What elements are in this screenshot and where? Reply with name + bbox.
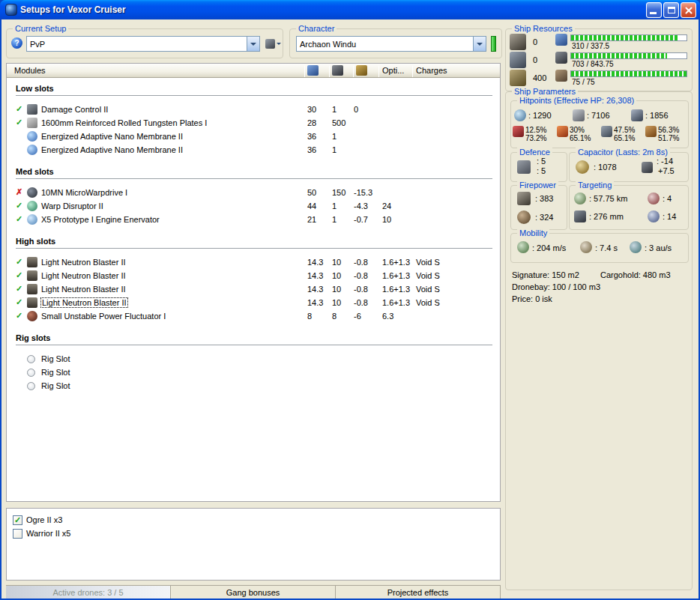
drone-bandwidth-bar-fill — [571, 71, 687, 76]
help-icon[interactable]: ? — [11, 37, 22, 49]
module-row[interactable]: ✓Light Neutron Blaster II14.310-0.81.6+1… — [7, 283, 500, 297]
module-cpu-value: 21 — [307, 215, 316, 224]
module-name: Rig Slot — [41, 381, 70, 390]
maximize-button[interactable] — [663, 2, 679, 18]
module-charge-value: Void S — [416, 258, 440, 267]
sensor-strength-value: : 14 — [663, 212, 676, 221]
explosive-resist-icon — [645, 126, 657, 137]
module-row[interactable]: Rig Slot — [7, 353, 500, 366]
defence-top-value: : 5 — [537, 157, 546, 166]
charges-column-header[interactable]: Charges — [416, 66, 447, 75]
module-row[interactable]: ✓Light Neutron Blaster II14.310-0.81.6+1… — [7, 297, 500, 310]
module-row[interactable]: Energized Adaptive Nano Membrane II361 — [7, 130, 500, 144]
module-optimal-value: 1.6+1.3 — [382, 258, 410, 267]
drone-checkbox[interactable] — [13, 529, 22, 539]
module-cpu-value: 14.3 — [307, 271, 323, 280]
slot-section-title: High slots — [16, 237, 492, 249]
signature-value: Signature: 150 m2 — [512, 270, 579, 279]
character-label: Character — [296, 24, 337, 34]
module-row[interactable]: ✗10MN MicroWarpdrive I50150-15.3 — [7, 187, 500, 200]
module-row[interactable]: Rig Slot — [7, 380, 500, 393]
module-cpu-value: 30 — [307, 105, 316, 114]
module-optimal-value: 1.6+1.3 — [382, 285, 410, 294]
cpu-column-icon[interactable] — [307, 65, 319, 76]
membrane-icon — [27, 131, 37, 142]
optimal-column-header[interactable]: Opti... — [382, 66, 404, 75]
module-cpu-value: 36 — [307, 145, 316, 154]
explosive-resist: 56.3%51.7% — [645, 126, 690, 142]
capacitor-recharge-value: +7.5 — [658, 166, 675, 175]
cpu-bar-fill — [571, 35, 678, 40]
setup-combo-arrow-button[interactable] — [247, 37, 259, 51]
module-row[interactable]: ✓1600mm Reinforced Rolled Tungsten Plate… — [7, 117, 500, 130]
module-powergrid-value: 1 — [332, 215, 337, 224]
drone-bandwidth-icon — [555, 70, 567, 82]
module-active-check-icon: ✓ — [16, 214, 22, 224]
module-active-check-icon: ✓ — [16, 297, 22, 307]
module-name: Energized Adaptive Nano Membrane II — [41, 132, 183, 141]
module-row[interactable]: ✓Light Neutron Blaster II14.310-0.81.6+1… — [7, 256, 500, 270]
character-status-indicator — [491, 36, 496, 52]
ship-parameters-group: Ship Parameters Hitpoints (Effective HP:… — [505, 91, 693, 590]
active-drones-status[interactable]: Active drones: 3 / 5 — [6, 586, 171, 599]
module-powergrid-value: 10 — [332, 285, 341, 294]
damage-control-icon — [27, 104, 37, 115]
maximize-icon — [668, 7, 675, 13]
warp-disruptor-icon — [27, 201, 37, 211]
modules-table-header[interactable]: Modules Opti... Charges — [7, 64, 500, 78]
drone-bandwidth-resource-row: 75 / 75 — [555, 70, 690, 88]
module-charge-value: Void S — [416, 271, 440, 280]
capacitor-column-icon[interactable] — [356, 65, 367, 76]
max-targets-icon — [648, 193, 660, 204]
slot-section-title: Med slots — [16, 167, 492, 179]
drone-checkbox[interactable]: ✓ — [13, 515, 22, 525]
powergrid-column-icon[interactable] — [332, 65, 343, 76]
module-cap-value: -0.8 — [354, 271, 368, 280]
window-content: Current Setup ? PvP Character Archaon Wi… — [1, 19, 699, 599]
gang-bonuses-tab[interactable]: Gang bonuses — [171, 586, 336, 599]
targeting-range-icon — [574, 193, 586, 204]
minimize-button[interactable] — [646, 2, 662, 18]
module-row[interactable]: ✓X5 Prototype I Engine Enervator211-0.71… — [7, 213, 500, 227]
character-combobox[interactable]: Archaon Windu — [296, 36, 486, 52]
module-row[interactable]: Energized Adaptive Nano Membrane II361 — [7, 144, 500, 157]
drone-row[interactable]: ✓Ogre II x3 — [13, 513, 500, 527]
titlebar[interactable]: Setups for Vexor Cruiser — [0, 0, 700, 19]
warp-speed-value: : 3 au/s — [645, 243, 672, 252]
blaster-icon — [27, 257, 37, 267]
mobility-group: Mobility : 204 m/s : 7.4 s : 3 au/s — [510, 233, 689, 263]
module-cpu-value: 50 — [307, 188, 316, 197]
module-row[interactable]: Rig Slot — [7, 366, 500, 380]
module-powergrid-value: 500 — [332, 118, 346, 127]
kinetic-resist-bottom: 65.1% — [614, 134, 635, 142]
explosive-resist-top: 56.3% — [658, 126, 679, 134]
module-optimal-value: 10 — [382, 215, 391, 224]
projected-effects-tab[interactable]: Projected effects — [336, 586, 501, 599]
drones-panel: ✓Ogre II x3Warrior II x5 — [6, 508, 501, 581]
thermal-resist-top: 30% — [570, 126, 591, 134]
modules-column-header[interactable]: Modules — [14, 66, 46, 75]
character-combo-arrow-button[interactable] — [473, 37, 486, 51]
max-targets-value: : 4 — [663, 194, 672, 203]
module-optimal-value: 1.6+1.3 — [382, 298, 410, 307]
close-button[interactable] — [681, 2, 696, 18]
setup-combobox[interactable]: PvP — [26, 36, 260, 52]
status-bar: Active drones: 3 / 5 Gang bonuses Projec… — [6, 585, 501, 599]
module-name: Light Neutron Blaster II — [41, 271, 126, 280]
module-row[interactable]: ✓Small Unstable Power Fluctuator I88-66.… — [7, 310, 500, 324]
module-active-check-icon: ✓ — [16, 257, 22, 267]
app-window: Setups for Vexor Cruiser Current Setup ?… — [0, 0, 700, 600]
module-cpu-value: 14.3 — [307, 298, 323, 307]
module-name: Small Unstable Power Fluctuator I — [41, 312, 166, 321]
module-row[interactable]: ✓Damage Control II3010 — [7, 103, 500, 117]
powergrid-usage-text: 703 / 843.75 — [572, 60, 614, 68]
shield-hp-value: : 1290 — [528, 111, 552, 120]
dronebay-value: Dronebay: 100 / 100 m3 — [512, 282, 600, 291]
module-row[interactable]: ✓Light Neutron Blaster II14.310-0.81.6+1… — [7, 270, 500, 283]
module-row[interactable]: ✓Warp Disruptor II441-4.324 — [7, 200, 500, 213]
app-icon — [5, 4, 17, 16]
module-name: Light Neutron Blaster II — [41, 285, 126, 294]
dps-value: : 324 — [535, 213, 553, 222]
setup-tools-button[interactable] — [263, 36, 283, 52]
drone-row[interactable]: Warrior II x5 — [13, 527, 500, 540]
